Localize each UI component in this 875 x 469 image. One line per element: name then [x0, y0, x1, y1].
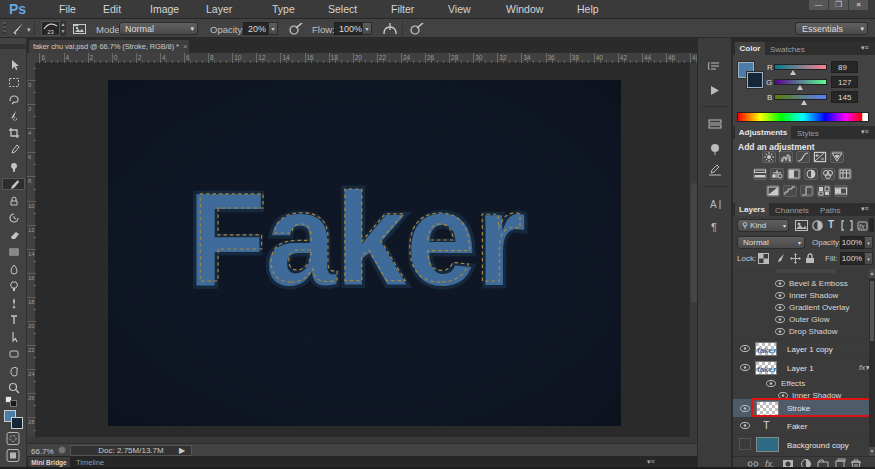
svg-text:faker: faker: [757, 346, 776, 355]
svg-text:faker: faker: [757, 365, 776, 374]
svg-text:¶: ¶: [711, 221, 717, 233]
svg-text:A: A: [710, 199, 717, 210]
svg-text:fx: fx: [859, 223, 865, 230]
